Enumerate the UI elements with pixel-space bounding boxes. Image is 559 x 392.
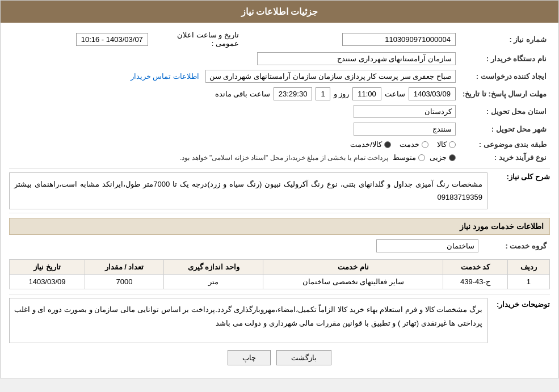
cell-row_num: 1 bbox=[507, 274, 549, 289]
creator-link[interactable]: اطلاعات تماس خریدار bbox=[131, 72, 199, 81]
radio-motavaset-label: متوسط bbox=[393, 153, 416, 162]
radio-khedmat-circle bbox=[422, 141, 428, 148]
radio-motavaset-circle bbox=[418, 154, 425, 161]
service-group-label: گروه خدمت : bbox=[482, 237, 550, 255]
th-unit: واحد اندازه گیری bbox=[163, 259, 263, 274]
th-row-num: ردیف bbox=[507, 259, 549, 274]
radio-kala: کالا bbox=[437, 140, 456, 149]
requester-value: سازمان آرامستانهای شهرداری سنندج bbox=[9, 50, 459, 68]
requester-box: سازمان آرامستانهای شهرداری سنندج bbox=[257, 52, 456, 65]
radio-motavaset: متوسط bbox=[393, 153, 425, 162]
deadline-row: 1403/03/09 ساعت 11:00 روز و 1 23:29:30 س… bbox=[9, 85, 459, 103]
creator-row: صباح جعفری سر پرست کار پردازی سازمان ساز… bbox=[9, 68, 459, 85]
buyer-notes-box: برگ مشخصات کالا و فرم استعلام بهاء خرید … bbox=[9, 298, 487, 343]
province-label: استان محل تحویل : bbox=[459, 103, 550, 120]
deadline-date: 1403/03/09 bbox=[409, 87, 456, 100]
radio-jozi-label: جزیی bbox=[430, 153, 447, 162]
announce-label: تاریخ و ساعت اعلان عمومی : bbox=[152, 28, 242, 50]
back-button[interactable]: بازگشت bbox=[276, 350, 331, 365]
separator-2 bbox=[9, 213, 550, 213]
radio-khedmat: خدمت bbox=[400, 140, 428, 149]
creator-value-box: صباح جعفری سر پرست کار پردازی سازمان ساز… bbox=[205, 70, 456, 83]
th-service-name: نام خدمت bbox=[263, 259, 443, 274]
city-value: سنندج bbox=[9, 120, 459, 138]
separator-3 bbox=[9, 294, 550, 294]
deadline-time: 11:00 bbox=[352, 87, 381, 100]
info-section: شماره نیاز : 1103090971000004 تاریخ و سا… bbox=[9, 28, 550, 164]
radio-kala-label: کالا bbox=[437, 140, 447, 149]
need-number-box: 1103090971000004 bbox=[342, 33, 456, 46]
radio-khedmat-label: خدمت bbox=[400, 140, 419, 149]
need-desc-section: شرح کلی نیاز: مشخصات رنگ آمیزی جداول و گ… bbox=[9, 172, 550, 209]
radio-kala-khedmat-label: کالا/خدمت bbox=[350, 140, 382, 149]
category-row: کالا خدمت کالا/خدمت bbox=[9, 138, 459, 151]
creator-label: ایجاد کننده درخواست : bbox=[459, 68, 550, 85]
content-area: شماره نیاز : 1103090971000004 تاریخ و سا… bbox=[1, 23, 558, 378]
table-row: 1ج-43-439سایر فعالیتهای تخصصی ساختمانمتر… bbox=[10, 274, 550, 289]
cell-service_name: سایر فعالیتهای تخصصی ساختمان bbox=[263, 274, 443, 289]
province-value: کردستان bbox=[9, 103, 459, 120]
th-date: تاریخ نیاز bbox=[10, 259, 85, 274]
notes-section: توضیحات خریدار: برگ مشخصات کالا و فرم اس… bbox=[9, 298, 550, 343]
deadline-label: مهلت ارسال پاسخ: تا تاریخ: bbox=[459, 85, 550, 103]
process-label: نوع فرآیند خرید : bbox=[459, 151, 550, 164]
need-desc-value: مشخصات رنگ آمیزی جداول و گلدانهای بتنی، … bbox=[14, 180, 482, 201]
deadline-remaining: 23:29:30 bbox=[274, 87, 313, 100]
buyer-notes-label: توضیحات خریدار: bbox=[493, 298, 550, 309]
need-desc-box: مشخصات رنگ آمیزی جداول و گلدانهای بتنی، … bbox=[9, 172, 487, 209]
deadline-day-label: روز و bbox=[334, 90, 350, 98]
process-row: جزیی متوسط پرداخت تمام یا بخشی از مبلغ خ… bbox=[9, 151, 459, 164]
th-service-code: کد خدمت bbox=[443, 259, 507, 274]
page-header: جزئیات اطلاعات نیاز bbox=[1, 1, 558, 23]
need-number-label: شماره نیاز : bbox=[459, 28, 550, 50]
separator-1 bbox=[9, 168, 550, 169]
need-desc-label: شرح کلی نیاز: bbox=[493, 172, 550, 181]
deadline-hour-label: ساعت bbox=[385, 90, 405, 98]
radio-kala-circle bbox=[449, 141, 456, 148]
service-group-value: ساختمان bbox=[9, 237, 482, 255]
announce-value: 1403/03/07 - 10:16 bbox=[9, 28, 152, 50]
requester-label: نام دستگاه خریدار : bbox=[459, 50, 550, 68]
deadline-remaining-label: ساعت باقی مانده bbox=[215, 90, 270, 98]
city-box: سنندج bbox=[354, 123, 456, 136]
print-button[interactable]: چاپ bbox=[228, 350, 271, 365]
radio-kala-khedmat-circle bbox=[384, 141, 391, 148]
announce-box: 1403/03/07 - 10:16 bbox=[76, 33, 148, 46]
services-table: ردیف کد خدمت نام خدمت واحد اندازه گیری ت… bbox=[9, 259, 550, 289]
th-quantity: تعداد / مقدار bbox=[85, 259, 163, 274]
deadline-days: 1 bbox=[316, 87, 330, 100]
radio-kala-khedmat: کالا/خدمت bbox=[350, 140, 391, 149]
cell-date: 1403/03/09 bbox=[10, 274, 85, 289]
page-wrapper: جزئیات اطلاعات نیاز شماره نیاز : 1103090… bbox=[0, 0, 559, 378]
cell-quantity: 7000 bbox=[85, 274, 163, 289]
header-title: جزئیات اطلاعات نیاز bbox=[241, 7, 318, 16]
city-label: شهر محل تحویل : bbox=[459, 120, 550, 138]
service-group-box: ساختمان bbox=[376, 239, 478, 252]
category-label: طبقه بندی موضوعی : bbox=[459, 138, 550, 151]
cell-unit: متر bbox=[163, 274, 263, 289]
service-group-table: گروه خدمت : ساختمان bbox=[9, 237, 550, 255]
cell-service_code: ج-43-439 bbox=[443, 274, 507, 289]
need-number-value: 1103090971000004 bbox=[242, 28, 459, 50]
radio-jozi: جزیی bbox=[430, 153, 456, 162]
province-box: کردستان bbox=[354, 105, 456, 118]
buyer-notes-value: برگ مشخصات کالا و فرم استعلام بهاء خرید … bbox=[14, 305, 482, 328]
buttons-row: بازگشت چاپ bbox=[9, 350, 550, 365]
radio-jozi-circle bbox=[449, 154, 456, 161]
services-info-title: اطلاعات خدمات مورد نیاز bbox=[9, 218, 550, 235]
process-note: پرداخت تمام یا بخشی از مبلغ خرید،از محل … bbox=[180, 154, 388, 162]
